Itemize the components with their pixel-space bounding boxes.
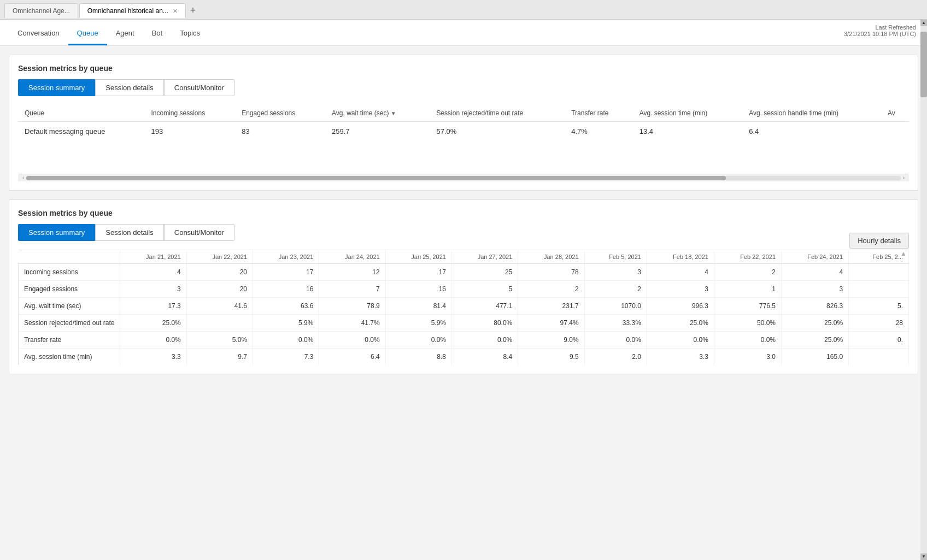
panel2-subtab-consult-monitor[interactable]: Consult/Monitor — [164, 224, 234, 241]
last-refreshed: Last Refreshed 3/21/2021 10:18 PM (UTC) — [844, 24, 916, 37]
grid-col-date-2: Jan 23, 2021 — [253, 250, 319, 264]
tab-label: Omnichannel Age... — [13, 7, 70, 15]
last-refreshed-value: 3/21/2021 10:18 PM (UTC) — [844, 31, 916, 37]
grid-cell-0-11 — [849, 264, 909, 281]
add-tab-button[interactable]: + — [187, 5, 200, 16]
panel1-sub-tabs: Session summary Session details Consult/… — [18, 79, 909, 96]
grid-col-label — [19, 250, 120, 264]
grid-cell-4-3: 0.0% — [319, 332, 385, 349]
panel2-grid-wrapper: Jan 21, 2021 Jan 22, 2021 Jan 23, 2021 J… — [18, 250, 909, 365]
grid-cell-5-7: 2.0 — [584, 349, 647, 366]
grid-scroll-up-icon[interactable]: ▲ — [900, 250, 907, 257]
grid-cell-3-11: 28 — [849, 315, 909, 332]
scroll-top-icon[interactable]: ▲ — [920, 20, 927, 26]
grid-row-3: Session rejected/timed out rate25.0%5.9%… — [19, 315, 909, 332]
grid-cell-2-8: 996.3 — [647, 298, 714, 315]
grid-cell-1-7: 2 — [584, 281, 647, 298]
cell-engaged: 83 — [235, 122, 325, 142]
nav-tab-agent[interactable]: Agent — [107, 22, 143, 45]
grid-cell-1-0: 3 — [120, 281, 186, 298]
panel-session-metrics-1: Session metrics by queue Session summary… — [9, 55, 918, 191]
grid-cell-4-4: 0.0% — [385, 332, 451, 349]
panel1-subtab-session-details[interactable]: Session details — [95, 79, 163, 96]
grid-cell-2-0: 17.3 — [120, 298, 186, 315]
grid-cell-1-8: 3 — [647, 281, 714, 298]
grid-cell-5-0: 3.3 — [120, 349, 186, 366]
grid-cell-2-9: 776.5 — [714, 298, 781, 315]
grid-cell-1-4: 16 — [385, 281, 451, 298]
grid-cell-5-5: 8.4 — [451, 349, 518, 366]
hscroll-thumb — [26, 176, 725, 180]
grid-cell-4-6: 9.0% — [518, 332, 584, 349]
hscroll-left-icon[interactable]: ‹ — [20, 175, 26, 181]
grid-col-date-5: Jan 27, 2021 — [451, 250, 518, 264]
grid-cell-2-3: 78.9 — [319, 298, 385, 315]
panel2-title: Session metrics by queue — [18, 209, 909, 217]
sort-arrow-icon: ▼ — [391, 110, 396, 116]
nav-tab-conversation[interactable]: Conversation — [9, 22, 68, 45]
grid-cell-4-5: 0.0% — [451, 332, 518, 349]
grid-col-date-10: Feb 24, 2021 — [782, 250, 849, 264]
hscroll-track[interactable] — [26, 176, 900, 180]
main-content: Session metrics by queue Session summary… — [0, 46, 927, 560]
nav-tab-bot[interactable]: Bot — [143, 22, 172, 45]
grid-cell-4-1: 5.0% — [186, 332, 253, 349]
grid-cell-3-9: 50.0% — [714, 315, 781, 332]
grid-cell-4-10: 25.0% — [782, 332, 849, 349]
col-engaged: Engaged sessions — [235, 105, 325, 122]
grid-col-date-1: Jan 22, 2021 — [186, 250, 253, 264]
grid-col-date-4: Jan 25, 2021 — [385, 250, 451, 264]
grid-cell-1-1: 20 — [186, 281, 253, 298]
col-queue: Queue — [18, 105, 144, 122]
grid-cell-1-9: 1 — [714, 281, 781, 298]
grid-row-2: Avg. wait time (sec)17.341.663.678.981.4… — [19, 298, 909, 315]
grid-cell-0-7: 3 — [584, 264, 647, 281]
vertical-scrollbar[interactable]: ▲ ▼ — [920, 20, 927, 560]
tab-close-icon[interactable]: ✕ — [173, 8, 178, 15]
col-av: Av — [881, 105, 909, 122]
nav-tab-topics[interactable]: Topics — [171, 22, 209, 45]
cell-incoming: 193 — [144, 122, 235, 142]
hourly-details-button[interactable]: Hourly details — [849, 233, 909, 249]
grid-cell-1-10: 3 — [782, 281, 849, 298]
scroll-bottom-icon[interactable]: ▼ — [920, 553, 927, 560]
panel2-grid-table: Jan 21, 2021 Jan 22, 2021 Jan 23, 2021 J… — [18, 250, 909, 365]
cell-avg-wait: 259.7 — [325, 122, 430, 142]
grid-cell-3-8: 25.0% — [647, 315, 714, 332]
grid-cell-3-7: 33.3% — [584, 315, 647, 332]
col-transfer: Transfer rate — [565, 105, 633, 122]
grid-cell-0-3: 12 — [319, 264, 385, 281]
grid-cell-3-10: 25.0% — [782, 315, 849, 332]
tab-omnichannel-agent[interactable]: Omnichannel Age... — [4, 3, 78, 18]
panel1-subtab-session-summary[interactable]: Session summary — [18, 79, 95, 96]
cell-avg-handle: 6.4 — [742, 122, 881, 142]
grid-cell-2-7: 1070.0 — [584, 298, 647, 315]
nav-bar: Conversation Queue Agent Bot Topics Last… — [0, 20, 927, 46]
panel2-subtab-session-summary[interactable]: Session summary — [18, 224, 95, 241]
panel1-hscroll[interactable]: ‹ › — [18, 174, 909, 181]
grid-row-4: Transfer rate0.0%5.0%0.0%0.0%0.0%0.0%9.0… — [19, 332, 909, 349]
last-refreshed-label: Last Refreshed — [844, 24, 916, 31]
grid-col-date-6: Jan 28, 2021 — [518, 250, 584, 264]
cell-avg-session: 13.4 — [633, 122, 743, 142]
grid-row-1: Engaged sessions32016716522313 — [19, 281, 909, 298]
col-avg-session: Avg. session time (min) — [633, 105, 743, 122]
grid-cell-5-11 — [849, 349, 909, 366]
grid-cell-4-7: 0.0% — [584, 332, 647, 349]
scroll-thumb — [920, 32, 927, 97]
tab-omnichannel-historical[interactable]: Omnichannel historical an... ✕ — [79, 3, 186, 18]
grid-cell-3-4: 5.9% — [385, 315, 451, 332]
panel1-subtab-consult-monitor[interactable]: Consult/Monitor — [164, 79, 234, 96]
grid-cell-4-2: 0.0% — [253, 332, 319, 349]
nav-tab-queue[interactable]: Queue — [68, 22, 107, 45]
grid-cell-0-2: 17 — [253, 264, 319, 281]
grid-cell-1-6: 2 — [518, 281, 584, 298]
panel2-subtab-session-details[interactable]: Session details — [95, 224, 163, 241]
grid-col-date-8: Feb 18, 2021 — [647, 250, 714, 264]
hscroll-right-icon[interactable]: › — [901, 175, 907, 181]
grid-cell-0-9: 2 — [714, 264, 781, 281]
grid-cell-4-8: 0.0% — [647, 332, 714, 349]
grid-cell-0-4: 17 — [385, 264, 451, 281]
grid-cell-5-1: 9.7 — [186, 349, 253, 366]
grid-cell-label-2: Avg. wait time (sec) — [19, 298, 120, 315]
